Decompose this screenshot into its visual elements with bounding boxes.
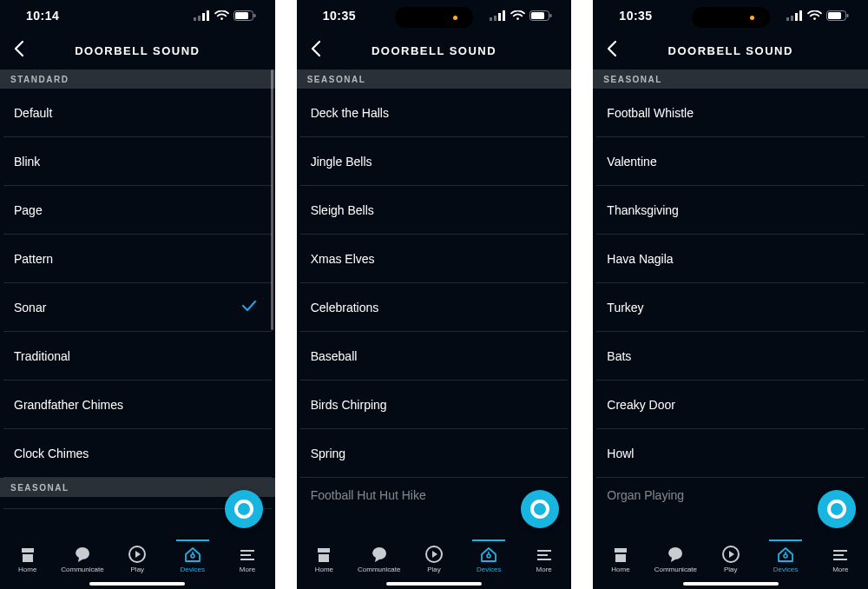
tab-label: Home <box>18 566 36 573</box>
list-item[interactable]: Hava Nagila <box>596 235 865 283</box>
list-item[interactable]: Xmas Elves <box>300 235 569 283</box>
list-item[interactable]: Valentine <box>596 137 865 186</box>
sound-label: Valentine <box>607 155 656 169</box>
tab-devices[interactable]: Devices <box>165 545 220 573</box>
status-bar: 10:35 <box>593 0 868 31</box>
tab-play[interactable]: Play <box>703 545 758 573</box>
list-item[interactable]: Default <box>3 89 272 137</box>
list-item[interactable]: Clock Chimes <box>3 429 272 478</box>
svg-rect-23 <box>537 550 551 552</box>
tab-play[interactable]: Play <box>110 545 165 573</box>
svg-point-7 <box>236 501 252 517</box>
list-item[interactable]: Thanksgiving <box>596 186 865 235</box>
sound-label: Football Hut Hut Hike <box>311 488 426 502</box>
tab-communicate[interactable]: Communicate <box>648 545 703 573</box>
alexa-fab-button[interactable] <box>225 490 263 528</box>
sound-list[interactable]: SEASONALFootball WhistleValentineThanksg… <box>593 69 868 539</box>
sound-label: Organ Playing <box>607 488 684 502</box>
more-icon <box>535 545 554 564</box>
home-icon <box>18 545 37 564</box>
communicate-icon <box>666 545 685 564</box>
wifi-icon <box>214 10 229 21</box>
list-item[interactable]: Baseball <box>300 332 569 381</box>
list-item[interactable]: Page <box>3 186 272 235</box>
svg-rect-26 <box>786 17 789 21</box>
list-item[interactable]: Celebrations <box>300 283 569 332</box>
svg-rect-28 <box>795 13 798 21</box>
svg-rect-1 <box>198 16 201 21</box>
tab-home[interactable]: Home <box>297 545 352 573</box>
tab-devices[interactable]: Devices <box>758 545 812 573</box>
back-button[interactable] <box>605 39 619 62</box>
scrollbar-thumb[interactable] <box>271 69 273 330</box>
tab-more[interactable]: More <box>220 545 274 573</box>
tab-devices[interactable]: Devices <box>462 545 516 573</box>
tab-home[interactable]: Home <box>0 545 55 573</box>
tab-communicate[interactable]: Communicate <box>352 545 406 573</box>
svg-rect-31 <box>828 12 841 19</box>
page-title: DOORBELL SOUND <box>668 44 793 57</box>
alexa-fab-button[interactable] <box>818 490 856 528</box>
list-item[interactable]: Birds Chirping <box>300 381 569 429</box>
tab-label: Communicate <box>654 566 697 573</box>
status-bar: 10:14 <box>0 0 275 31</box>
cellular-icon <box>786 10 803 21</box>
list-item[interactable]: Deck the Halls <box>300 89 569 137</box>
list-item[interactable]: Traditional <box>3 332 272 381</box>
devices-icon <box>479 545 498 564</box>
sound-list[interactable]: STANDARDDefaultBlinkPagePatternSonarTrad… <box>0 69 275 539</box>
list-item[interactable]: Football Whistle <box>596 89 865 137</box>
tab-more[interactable]: More <box>813 545 868 573</box>
recording-dot-icon <box>750 16 754 20</box>
list-item[interactable]: Turkey <box>596 283 865 332</box>
list-item[interactable]: Grandfather Chimes <box>3 381 272 429</box>
list-item[interactable]: Bats <box>596 332 865 381</box>
play-icon <box>128 545 147 564</box>
list-item[interactable]: Blink <box>3 137 272 186</box>
sound-label: Default <box>14 106 52 120</box>
page-header: DOORBELL SOUND <box>593 31 868 69</box>
tab-more[interactable]: More <box>516 545 571 573</box>
wifi-icon <box>807 10 822 21</box>
tab-label: Play <box>724 566 738 573</box>
svg-rect-29 <box>799 10 802 21</box>
status-icons <box>194 10 256 21</box>
svg-rect-14 <box>494 16 496 21</box>
devices-icon <box>183 545 202 564</box>
list-item[interactable]: Howl <box>596 429 865 478</box>
alexa-icon <box>529 498 551 520</box>
tab-home[interactable]: Home <box>593 545 648 573</box>
list-item[interactable]: Pattern <box>3 235 272 283</box>
svg-rect-5 <box>235 12 248 19</box>
sound-list[interactable]: SEASONALDeck the HallsJingle BellsSleigh… <box>297 69 572 539</box>
list-item[interactable]: Sonar <box>3 283 272 332</box>
phone-screen: 10:35 DOORBELL SOUNDSEASONALDeck the Hal… <box>297 0 572 589</box>
svg-rect-3 <box>207 10 209 21</box>
dynamic-island <box>395 7 473 28</box>
list-item[interactable]: Spring <box>300 429 569 478</box>
status-icons <box>786 10 849 21</box>
back-button[interactable] <box>12 39 26 62</box>
tab-communicate[interactable]: Communicate <box>55 545 109 573</box>
svg-point-33 <box>829 501 845 517</box>
list-item[interactable]: Creaky Door <box>596 381 865 429</box>
svg-rect-16 <box>503 10 505 21</box>
sound-label: Grandfather Chimes <box>14 398 123 412</box>
tab-label: Play <box>427 566 441 573</box>
chevron-left-icon <box>309 39 323 62</box>
home-indicator[interactable] <box>386 582 482 586</box>
home-indicator[interactable] <box>89 582 185 586</box>
section-header: SEASONAL <box>593 69 868 89</box>
tab-play[interactable]: Play <box>406 545 461 573</box>
home-icon <box>611 545 630 564</box>
status-icons <box>490 10 552 21</box>
tab-label: Communicate <box>358 566 400 573</box>
list-item[interactable]: Sleigh Bells <box>300 186 569 235</box>
phone-screen: 10:35 DOORBELL SOUNDSEASONALFootball Whi… <box>593 0 868 589</box>
sound-label: Howl <box>607 447 634 460</box>
sound-label: Page <box>14 203 43 217</box>
svg-point-9 <box>191 554 194 558</box>
back-button[interactable] <box>309 39 323 62</box>
home-indicator[interactable] <box>683 582 779 586</box>
list-item[interactable]: Jingle Bells <box>300 137 569 186</box>
